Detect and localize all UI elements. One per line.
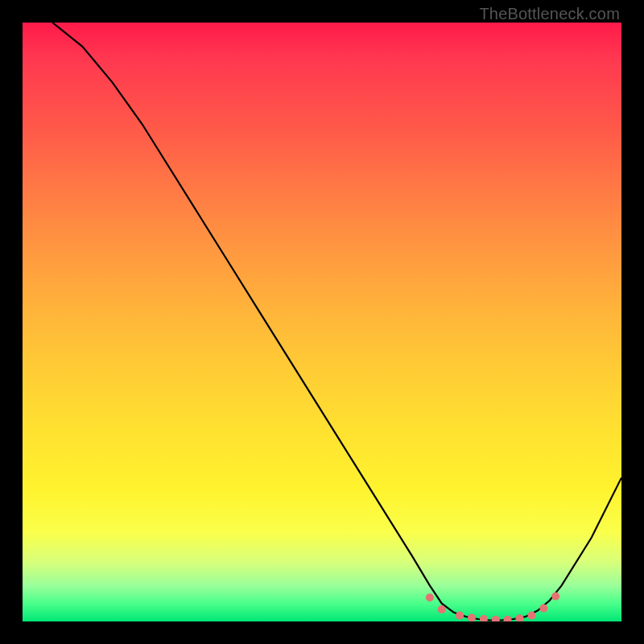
watermark-text: TheBottleneck.com bbox=[479, 5, 620, 23]
chart-plot-area bbox=[23, 23, 621, 621]
